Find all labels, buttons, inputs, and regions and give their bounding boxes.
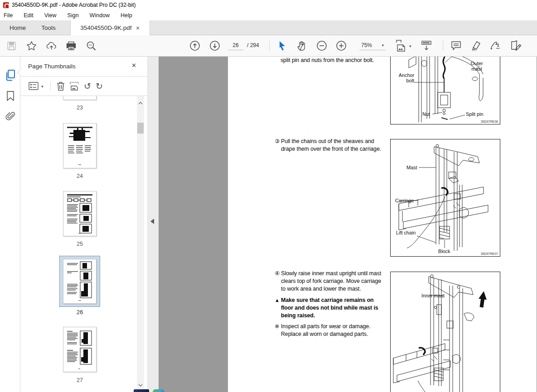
acrobat-icon (3, 2, 9, 8)
zoom-in-icon[interactable] (335, 39, 348, 52)
search-icon[interactable] (85, 39, 97, 52)
page-thumbnails-rail-icon[interactable] (4, 68, 17, 82)
thumbnail-page-27[interactable] (63, 327, 97, 372)
resize-pages-icon[interactable] (68, 80, 80, 92)
thumbnail-list: 23 24 (20, 96, 136, 392)
fig1-outer-mast-label: Outer mast (467, 61, 487, 72)
collapse-panel-icon[interactable] (150, 219, 154, 224)
figure-anchor-bolt: Chain Outer mast Anchor bolt Nut Split p… (390, 57, 500, 124)
pdf-page-26: split pin and nuts from the anchor bolt.… (228, 57, 537, 392)
thumbnail-scrollbar[interactable] (137, 96, 144, 392)
fig2-block-label: Block (438, 249, 450, 254)
cutoff-globe-icon (153, 389, 164, 392)
fig1-code: 35D97RE06 (481, 120, 498, 123)
zoom-level-value: 75% (361, 42, 372, 48)
previous-page-icon[interactable] (189, 39, 201, 52)
rotate-cw-icon[interactable]: ↻ (93, 80, 105, 92)
figure-inner-mast: Inner mast (390, 272, 500, 392)
save-icon[interactable] (5, 39, 18, 52)
menu-edit[interactable]: Edit (24, 12, 34, 19)
paragraph-step4: ④ Slowly raise inner mast upright until … (281, 270, 387, 293)
sign-icon[interactable] (489, 39, 502, 52)
thumbnail-label-25: 25 (63, 241, 97, 247)
page-thumbnails-panel: Page Thumbnails ✕ ▾ ↺ ↻ 23 (20, 57, 148, 392)
thumbnail-options-caret-icon[interactable]: ▾ (41, 84, 44, 89)
figure-mast-carriage: Mast Carriage Lift chain Block 35D97RE07 (390, 139, 500, 257)
fig2-lift-chain-label: Lift chain (396, 230, 416, 235)
next-page-icon[interactable] (208, 39, 221, 52)
page-display-caret-icon[interactable]: ▾ (409, 44, 411, 48)
navigation-rail (0, 57, 20, 392)
tab-document[interactable]: 35404550D-9K.pdf ✕ (70, 20, 150, 35)
paragraph-intro: split pin and nuts from the anchor bolt. (281, 57, 387, 64)
tab-tools[interactable]: Tools (35, 20, 62, 35)
thumbnail-page-23[interactable] (63, 96, 97, 100)
note-marker: ※ (275, 323, 279, 330)
star-icon[interactable] (25, 39, 38, 52)
fig2-code: 35D97RE07 (481, 252, 498, 255)
menu-bar: File Edit View Sign Window Help (0, 10, 537, 20)
delete-page-icon[interactable] (55, 80, 67, 92)
fill-sign-icon[interactable] (509, 39, 522, 52)
cutoff-taskbar-icon (134, 389, 149, 392)
panel-header: Page Thumbnails ✕ (20, 57, 147, 76)
share-cloud-icon[interactable] (45, 39, 58, 52)
menu-view[interactable]: View (44, 12, 57, 19)
fig1-nut-label: Nut (422, 111, 430, 117)
thumbnail-label-27: 27 (63, 377, 97, 383)
tab-close-icon[interactable]: ✕ (136, 25, 140, 31)
paragraph-step3: ③ Pull the chains out of the sheaves and… (281, 138, 387, 153)
panel-toolbar: ▾ ↺ ↻ (20, 76, 147, 96)
scrolling-mode-icon[interactable] (420, 39, 433, 52)
scroll-down-icon[interactable] (137, 382, 144, 388)
tab-bar: Home Tools 35404550D-9K.pdf ✕ (0, 20, 537, 35)
page-total-label: / 294 (247, 41, 259, 50)
attachments-rail-icon[interactable] (4, 110, 17, 124)
step3-marker: ③ (275, 138, 280, 145)
menu-help[interactable]: Help (121, 12, 132, 19)
select-tool-icon[interactable] (276, 39, 289, 52)
title-bar: 35404550D-9K.pdf - Adobe Acrobat Pro DC … (0, 0, 537, 10)
thumbnail-label-26: 26 (63, 309, 97, 316)
panel-collapse-strip[interactable] (148, 57, 159, 392)
thumbnail-label-24: 24 (63, 173, 97, 179)
page-number-input[interactable]: 26 (228, 41, 243, 50)
window-title: 35404550D-9K.pdf - Adobe Acrobat Pro DC … (12, 2, 136, 8)
menu-sign[interactable]: Sign (68, 12, 79, 19)
toolbar-separator (269, 41, 270, 51)
rotate-ccw-icon[interactable]: ↺ (82, 80, 93, 92)
main-toolbar: 26 / 294 75% ▾ ▾ (0, 35, 537, 57)
fig1-chain-label: Chain (425, 57, 438, 57)
menu-window[interactable]: Window (90, 12, 110, 19)
fig1-anchor-bolt-label: Anchor bolt (397, 72, 414, 83)
bookmarks-rail-icon[interactable] (4, 89, 17, 103)
paragraph-warning: ▲ Make sure that carriage remains on flo… (281, 296, 387, 320)
fig2-carriage-label: Carriage (395, 198, 414, 203)
fig1-split-pin-label: Split pin (466, 111, 483, 117)
hand-tool-icon[interactable] (295, 39, 308, 52)
scroll-up-icon[interactable] (137, 100, 144, 106)
thumbnail-label-23: 23 (63, 105, 97, 111)
highlight-icon[interactable] (469, 39, 482, 52)
thumbnail-page-26[interactable] (63, 259, 97, 304)
menu-file[interactable]: File (4, 12, 13, 19)
tab-home[interactable]: Home (4, 20, 32, 35)
panel-toolbar-separator (50, 81, 51, 91)
main-area: Page Thumbnails ✕ ▾ ↺ ↻ 23 (0, 57, 537, 392)
tab-document-label: 35404550D-9K.pdf (80, 24, 131, 31)
warning-icon: ▲ (275, 296, 280, 304)
zoom-out-icon[interactable] (315, 39, 328, 52)
scrollbar-thumb[interactable] (137, 123, 144, 134)
print-icon[interactable] (65, 39, 77, 52)
panel-title: Page Thumbnails (28, 63, 76, 70)
step4-marker: ④ (275, 270, 280, 277)
thumbnail-page-24[interactable] (63, 123, 97, 168)
comment-icon[interactable] (450, 39, 462, 52)
page-display-icon[interactable] (395, 39, 408, 52)
document-canvas: split pin and nuts from the anchor bolt.… (159, 57, 537, 392)
thumbnail-page-25[interactable] (63, 191, 97, 236)
thumbnail-options-icon[interactable] (28, 80, 39, 92)
paragraph-note: ※ Inspect all parts for wear or damage. … (281, 323, 387, 338)
zoom-level-select[interactable]: 75% ▾ (359, 41, 386, 50)
panel-close-icon[interactable]: ✕ (131, 62, 136, 69)
